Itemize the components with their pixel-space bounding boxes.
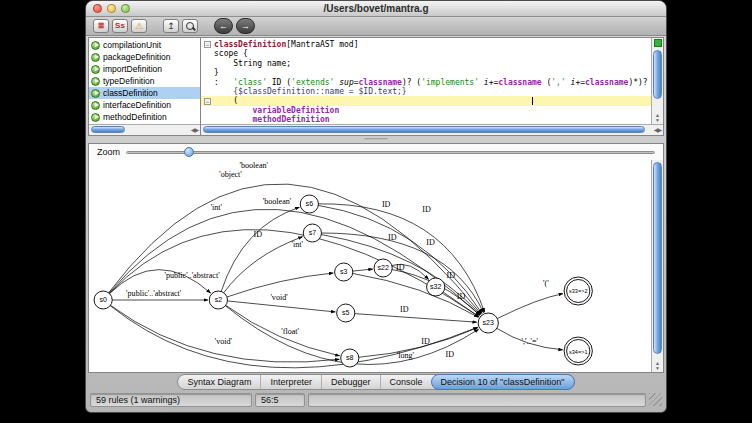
zoom-label: Zoom [97, 147, 120, 157]
fold-toggle-icon[interactable]: − [204, 98, 211, 105]
slider-track[interactable] [126, 151, 655, 154]
tab-decision-10-of-classdefinition[interactable]: Decision 10 of "classDefinition" [431, 374, 575, 390]
rule-list-item[interactable]: methodDefinition [89, 111, 200, 123]
dfa-canvas[interactable]: 'public'..'abstract''public'..'abstract'… [89, 160, 651, 372]
dfa-node[interactable]: s2 [209, 291, 227, 309]
diagram-vscrollbar[interactable]: ▲▼ [651, 160, 663, 372]
code-line[interactable]: {$classDefinition::name = $ID.text;} [201, 87, 651, 96]
top-split: compilationUnitpackageDefinitionimportDe… [88, 37, 664, 136]
split-handle[interactable] [86, 136, 666, 143]
dfa-edge-label: ID [457, 292, 466, 301]
window-title: /Users/bovet/mantra.g [86, 3, 666, 14]
code-line[interactable]: variableDefinition [201, 106, 651, 115]
code-text: : 'class' ID ('extends' sup=classname)? … [214, 78, 648, 87]
dfa-node-label: s7 [309, 230, 317, 237]
rule-list-item[interactable]: importDefinition [89, 63, 200, 75]
close-button[interactable] [93, 4, 102, 13]
fold-toggle-icon[interactable]: − [204, 41, 211, 48]
diagram-body: 'public'..'abstract''public'..'abstract'… [89, 160, 663, 372]
scrollbar-thumb[interactable] [653, 50, 662, 99]
dfa-edge-label: 'void' [270, 293, 288, 302]
dfa-node[interactable]: s3 [335, 263, 353, 281]
dfa-node[interactable]: s33=>2 [564, 277, 592, 305]
code-line[interactable]: String name; [201, 59, 651, 68]
scrollbar-thumb[interactable] [203, 126, 645, 133]
dfa-node[interactable]: s0 [94, 291, 112, 309]
warning-icon: ⚠ [135, 22, 143, 31]
dfa-node[interactable]: s22 [374, 259, 392, 277]
editor-vscrollbar[interactable]: ▲▼ [651, 38, 663, 124]
tab-syntax-diagram[interactable]: Syntax Diagram [178, 375, 260, 389]
syntax-coloring-button[interactable]: Ss [112, 19, 128, 33]
dfa-edge-label: ','..'=' [521, 337, 538, 346]
dfa-edge-label: 'float' [281, 327, 299, 336]
code-token: += [489, 78, 499, 87]
dfa-node[interactable]: s34=>1 [564, 337, 592, 365]
find-button[interactable] [182, 19, 198, 33]
back-button[interactable]: ← [214, 18, 233, 34]
minimize-button[interactable] [107, 4, 116, 13]
scrollbar-thumb[interactable] [91, 126, 125, 133]
code-line[interactable]: } [201, 68, 651, 77]
search-icon [186, 22, 194, 30]
code-line[interactable]: −classDefinition[MantraAST mod] [201, 40, 651, 49]
message-box [308, 393, 646, 407]
scroll-arrows-icon[interactable]: ◀▶ [191, 126, 198, 133]
scrollbar-thumb[interactable] [653, 162, 662, 354]
dfa-node[interactable]: s5 [337, 304, 355, 322]
dfa-node-label: s6 [306, 201, 314, 208]
tab-interpreter[interactable]: Interpreter [260, 375, 321, 389]
rule-list-item[interactable]: compilationUnit [89, 39, 200, 51]
code-line[interactable]: − ( [201, 96, 651, 105]
resize-grip[interactable] [649, 393, 662, 406]
dfa-edge-label: ID [426, 238, 435, 247]
rule-icon [91, 41, 100, 50]
scroll-arrows-icon[interactable]: ▲▼ [655, 112, 660, 124]
sort-icon: ≣ [98, 22, 105, 30]
text-cursor [532, 97, 533, 106]
title-bar[interactable]: /Users/bovet/mantra.g [86, 1, 666, 17]
editor-body: −classDefinition[MantraAST mod]scope { S… [201, 38, 663, 124]
code-line[interactable]: methodDefinition [201, 115, 651, 124]
dfa-edge-label: 'long' [397, 351, 415, 360]
zoom-slider[interactable] [126, 146, 655, 158]
scroll-track[interactable] [653, 49, 662, 112]
forward-button[interactable]: → [236, 18, 255, 34]
slider-knob[interactable] [184, 147, 194, 157]
dfa-edge-label: 'object' [219, 170, 242, 179]
dfa-node-label: s5 [342, 310, 350, 317]
fold-gutter [201, 115, 214, 124]
check-warnings-button[interactable]: ⚠ [131, 19, 147, 33]
rule-list-item[interactable]: interfaceDefinition [89, 99, 200, 111]
sort-rules-button[interactable]: ≣ [93, 19, 109, 33]
code-area[interactable]: −classDefinition[MantraAST mod]scope { S… [201, 38, 651, 124]
dfa-edge-label: ID [447, 271, 456, 280]
dfa-edge-label: ID [446, 350, 455, 359]
tab-debugger[interactable]: Debugger [321, 375, 380, 389]
dfa-node[interactable]: s7 [303, 224, 321, 242]
scroll-arrows-icon[interactable]: ◀▶ [654, 126, 661, 133]
rule-icon-arrow [95, 91, 99, 95]
dfa-node[interactable]: s8 [341, 349, 359, 367]
dfa-node[interactable]: s32 [427, 278, 445, 296]
goto-rule-button[interactable]: ↥ [163, 19, 179, 33]
code-line[interactable]: : 'class' ID ('extends' sup=classname)? … [201, 78, 651, 87]
editor-hscrollbar[interactable]: ◀▶ [201, 124, 663, 135]
rule-list-item[interactable]: packageDefinition [89, 51, 200, 63]
rule-icon [91, 113, 100, 122]
rule-list-hscrollbar[interactable]: ◀▶ [89, 124, 200, 135]
scroll-track[interactable] [653, 160, 662, 360]
tab-console[interactable]: Console [380, 375, 432, 389]
fold-gutter [201, 68, 214, 77]
dfa-node-label: s22 [377, 265, 388, 272]
dfa-node[interactable]: s6 [300, 195, 318, 213]
dfa-node[interactable]: s23 [478, 313, 498, 333]
code-line[interactable]: scope { [201, 49, 651, 58]
zoom-button[interactable] [121, 4, 130, 13]
code-text: } [214, 68, 219, 77]
code-token: sup [339, 78, 353, 87]
rule-list-item[interactable]: classDefinition [89, 87, 200, 99]
scroll-arrows-icon[interactable]: ▲▼ [655, 360, 660, 372]
rule-list-item[interactable]: typeDefinition [89, 75, 200, 87]
dfa-edge-label: 'boolean' [240, 161, 269, 170]
